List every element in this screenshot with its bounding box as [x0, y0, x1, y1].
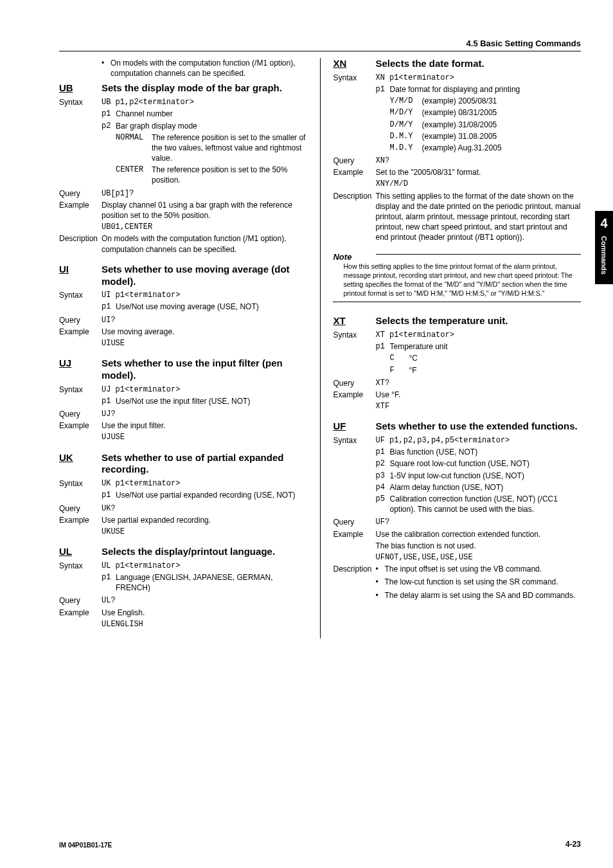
- note-title: Note: [333, 252, 351, 262]
- option-text: (example) 2005/08/31: [422, 96, 581, 106]
- option-code: D/M/Y: [389, 120, 422, 130]
- chapter-title: Commands: [600, 236, 608, 275]
- option-code: M.D.Y: [389, 143, 422, 153]
- syntax-text: UI p1<terminator>: [102, 290, 307, 300]
- label-syntax: Syntax: [333, 435, 375, 446]
- option-text: °C: [409, 353, 581, 363]
- desc-item: The delay alarm is set using the SA and …: [384, 590, 575, 601]
- param-text: Channel number: [116, 109, 307, 119]
- query-text: XT?: [375, 378, 581, 388]
- intro-text: On models with the computation function …: [111, 58, 307, 78]
- param-text: Date format for displaying and printing: [389, 84, 581, 95]
- label-query: Query: [333, 156, 375, 166]
- cmd-code-ui: UI: [59, 264, 102, 275]
- example-text: Use the calibration correction extended …: [375, 529, 581, 539]
- option-code: Y/M/D: [389, 96, 422, 106]
- label-query: Query: [59, 409, 102, 419]
- label-description: Description: [333, 191, 375, 243]
- syntax-text: XN p1<terminator>: [375, 73, 581, 83]
- query-text: UK?: [102, 503, 307, 514]
- label-query: Query: [333, 378, 375, 388]
- param-text: Use/Not use moving average (USE, NOT): [116, 302, 307, 312]
- label-syntax: Syntax: [333, 73, 375, 83]
- label-example: Example: [333, 167, 375, 189]
- example-code: UJUSE: [102, 432, 307, 442]
- bullet-icon: •: [102, 58, 111, 78]
- cmd-code-ub: UB: [59, 82, 102, 93]
- desc-item: The input offset is set using the VB com…: [384, 564, 542, 574]
- param-code: p1: [102, 572, 116, 593]
- label-query: Query: [59, 188, 102, 199]
- query-text: UB[p1]?: [102, 188, 307, 199]
- cmd-code-uk: UK: [59, 452, 102, 463]
- param-code: p1: [375, 84, 389, 95]
- example-code: UKUSE: [102, 527, 307, 537]
- cmd-title-uf: Sets whether to use the extended functio…: [375, 420, 577, 433]
- param-text: Calibration correction function (USE, NO…: [389, 494, 581, 514]
- label-example: Example: [59, 200, 102, 233]
- cmd-title-ul: Selects the display/printout language.: [102, 546, 275, 558]
- label-example: Example: [59, 327, 102, 348]
- bullet-icon: •: [375, 577, 384, 587]
- param-code: p2: [375, 458, 389, 469]
- example-text: The bias function is not used.: [375, 541, 581, 551]
- label-description: Description: [59, 233, 102, 254]
- syntax-text: UL p1<terminator>: [102, 561, 307, 571]
- desc-item: The low-cut function is set using the SR…: [384, 577, 558, 587]
- cmd-title-uk: Sets whether to use of partial expanded …: [102, 452, 307, 476]
- example-text: Use °F.: [375, 390, 581, 400]
- query-text: UJ?: [102, 409, 307, 419]
- desc-text: This setting applies to the format of th…: [375, 191, 581, 243]
- cmd-code-xt: XT: [333, 315, 375, 326]
- cmd-title-xt: Selects the temperature unit.: [375, 315, 508, 327]
- example-code: XTF: [375, 401, 581, 411]
- label-syntax: Syntax: [59, 290, 102, 300]
- option-code: M/D/Y: [389, 107, 422, 118]
- cmd-code-uj: UJ: [59, 357, 102, 368]
- param-code: p3: [375, 471, 389, 481]
- example-code: UIUSE: [102, 338, 307, 348]
- label-syntax: Syntax: [59, 384, 102, 395]
- example-code: UB01,CENTER: [102, 222, 307, 232]
- note-body: How this setting applies to the time pri…: [333, 262, 581, 303]
- example-code: ULENGLISH: [102, 619, 307, 629]
- label-example: Example: [59, 608, 102, 629]
- cmd-title-uj: Sets whether to use the input filter (pe…: [102, 357, 307, 382]
- syntax-text: XT p1<terminator>: [375, 330, 581, 340]
- label-syntax: Syntax: [59, 561, 102, 571]
- param-text: Use/Not use the input filter (USE, NOT): [116, 396, 307, 406]
- example-text: Use the input filter.: [102, 420, 307, 431]
- label-query: Query: [59, 315, 102, 325]
- example-text: Display channel 01 using a bar graph wit…: [102, 200, 307, 221]
- label-syntax: Syntax: [59, 97, 102, 107]
- example-code: UFNOT,USE,USE,USE,USE: [375, 552, 581, 563]
- option-code: F: [389, 365, 409, 375]
- example-text: Use partial expanded recording.: [102, 515, 307, 525]
- label-syntax: Syntax: [59, 478, 102, 489]
- cmd-title-xn: Selects the date format.: [375, 58, 484, 70]
- label-description: Description: [333, 564, 375, 603]
- param-text: Bias function (USE, NOT): [389, 447, 581, 457]
- example-text: Set to the "2005/08/31" format.: [375, 167, 581, 177]
- param-code: p2: [102, 121, 116, 131]
- cmd-title-ub: Sets the display mode of the bar graph.: [102, 82, 282, 95]
- param-text: Alarm delay function (USE, NOT): [389, 482, 581, 493]
- option-code: NORMAL: [116, 132, 152, 164]
- footer-page-number: 4-23: [565, 840, 581, 849]
- option-text: (example) Aug.31.2005: [422, 143, 581, 153]
- example-code: XNY/M/D: [375, 179, 581, 189]
- param-code: p1: [375, 447, 389, 457]
- param-code: p1: [102, 490, 116, 500]
- chapter-tab: 4 Commands: [595, 211, 613, 284]
- param-text: Square root low-cut function (USE, NOT): [389, 458, 581, 469]
- option-code: C: [389, 353, 409, 363]
- syntax-text: UB p1,p2<terminator>: [102, 97, 307, 107]
- query-text: UF?: [375, 517, 581, 527]
- label-example: Example: [333, 529, 375, 563]
- cmd-code-xn: XN: [333, 58, 375, 69]
- footer-doc-id: IM 04P01B01-17E: [59, 842, 112, 849]
- section-header: 4.5 Basic Setting Commands: [59, 39, 581, 51]
- option-code: D.M.Y: [389, 131, 422, 141]
- label-example: Example: [59, 420, 102, 442]
- label-example: Example: [333, 390, 375, 411]
